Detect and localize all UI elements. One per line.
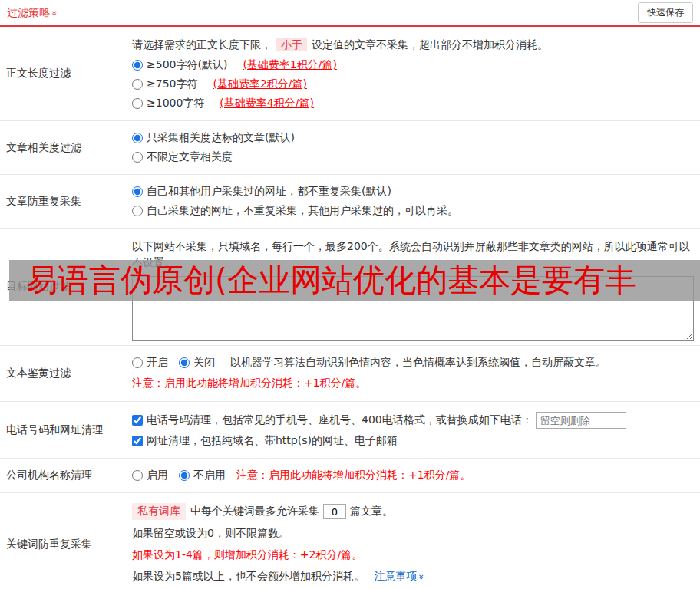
row-dedup-collection: 文章防重复采集 自己和其他用户采集过的网址，都不重复采集(默认) 自己采集过的网… [0,175,700,229]
row-label-porn-filter: 文本鉴黄过滤 [0,346,132,401]
keyword-count-input[interactable] [323,504,346,519]
option-label: 自己和其他用户采集过的网址，都不重复采集(默认) [147,185,391,199]
relevance-radio-any[interactable] [132,152,143,163]
porn-filter-cost-note: 注意：启用此功能将增加积分消耗：+1积分/篇。 [132,375,694,391]
phone-cleanup-checkbox[interactable] [132,415,143,426]
body-length-option-500[interactable]: ≥500字符(默认) [132,58,227,72]
target-site-desc: 以下网站不采集，只填域名，每行一个，最多200个。系统会自动识别并屏蔽那些非文章… [132,239,694,271]
row-keyword-dedup: 关键词防重复采集 私有词库 中每个关键词最多允许采集 篇文章。 如果留空或设为0… [0,493,700,589]
note-text: 如果设为5篇或以上，也不会额外增加积分消耗。 [132,570,365,582]
keyword-note-unlimited: 如果留空或设为0，则不限篇数。 [132,525,694,541]
fee-note: (基础费率4积分/篇) [220,97,314,110]
fee-note: (基础费率2积分/篇) [213,77,307,91]
blocked-sites-textarea[interactable] [132,276,694,341]
desc-text: 设定值的文章不采集，超出部分不增加积分消耗。 [312,38,548,51]
body-length-option-1000[interactable]: ≥1000字符 [132,97,204,110]
quick-save-button[interactable]: 快速保存 [638,2,693,23]
porn-filter-radio-on[interactable] [132,357,143,368]
row-phone-url-cleanup: 电话号码和网址清理 电话号码清理，包括常见的手机号、座机号、400电话格式，或替… [0,402,700,459]
company-cost-note: 注意：启用此功能将增加积分消耗：+1积分/篇。 [236,469,471,482]
keyword-note-free: 如果设为5篇或以上，也不会额外增加积分消耗。 注意事项» [132,568,694,585]
option-label: 网址清理，包括纯域名、带http(s)的网址、电子邮箱 [147,434,398,448]
company-option-disable[interactable]: 不启用 [179,469,226,482]
desc-text: 请选择需求的正文长度下限， [132,38,272,51]
less-than-highlight: 小于 [276,38,307,51]
body-length-desc: 请选择需求的正文长度下限，小于设定值的文章不采集，超出部分不增加积分消耗。 [132,37,694,53]
row-target-site-filter: 目标网站过滤 以下网站不采集，只填域名，每行一个，最多200个。系统会自动识别并… [0,229,700,346]
keyword-note-cost: 如果设为1-4篇，则增加积分消耗：+2积分/篇。 [132,547,694,563]
body-length-radio-1000[interactable] [132,98,143,109]
option-label: 只采集相关度达标的文章(默认) [147,131,295,145]
row-body-length-filter: 正文长度过滤 请选择需求的正文长度下限，小于设定值的文章不采集，超出部分不增加积… [0,27,700,121]
page-title-text: 过滤策略 [7,6,50,18]
option-label: 不限定文章相关度 [147,150,233,164]
row-label-phone-url: 电话号码和网址清理 [0,402,132,458]
url-cleanup-checkbox[interactable] [132,436,143,446]
porn-filter-option-on[interactable]: 开启 [132,356,168,370]
dedup-radio-self[interactable] [132,206,143,216]
body-length-option-750[interactable]: ≥750字符 [132,77,197,91]
option-label: 开启 [147,356,168,370]
row-label-dedup: 文章防重复采集 [0,175,132,228]
header-bar: 过滤策略» 快速保存 [0,0,700,27]
dedup-option-global[interactable]: 自己和其他用户采集过的网址，都不重复采集(默认) [132,185,391,199]
phone-cleanup-option[interactable]: 电话号码清理，包括常见的手机号、座机号、400电话格式，或替换成如下电话： [132,413,533,427]
replacement-phone-input[interactable] [536,412,626,429]
body-length-radio-750[interactable] [132,79,143,90]
url-cleanup-option[interactable]: 网址清理，包括纯域名、带http(s)的网址、电子邮箱 [132,434,398,448]
option-label: ≥750字符 [147,77,197,91]
row-label-relevance: 文章相关度过滤 [0,121,132,174]
option-label: ≥1000字符 [147,97,204,110]
relevance-radio-strict[interactable] [132,133,143,143]
row-company-name-cleanup: 公司机构名称清理 启用 不启用 注意：启用此功能将增加积分消耗：+1积分/篇。 [0,459,700,493]
option-label: 自己采集过的网址，不重复采集，其他用户采集过的，可以再采。 [147,204,458,218]
row-label-body-length: 正文长度过滤 [0,27,132,120]
row-label-company: 公司机构名称清理 [0,459,132,492]
option-label: 启用 [147,469,168,482]
option-label: ≥500字符(默认) [147,58,227,72]
porn-filter-radio-off[interactable] [179,357,190,368]
fee-note: (基础费率1积分/篇) [243,58,337,72]
dedup-option-self[interactable]: 自己采集过的网址，不重复采集，其他用户采集过的，可以再采。 [132,204,458,218]
row-porn-filter: 文本鉴黄过滤 开启 关闭 以机器学习算法自动识别色情内容，当色情概率达到系统阈值… [0,346,700,402]
notice-link[interactable]: 注意事项» [374,570,425,582]
row-relevance-filter: 文章相关度过滤 只采集相关度达标的文章(默认) 不限定文章相关度 [0,121,700,175]
private-lexicon-tag: 私有词库 [132,503,186,520]
option-label: 关闭 [193,356,215,370]
option-label: 不启用 [193,469,226,482]
relevance-option-any[interactable]: 不限定文章相关度 [132,150,233,164]
row-label-keyword: 关键词防重复采集 [0,493,132,589]
porn-filter-option-off[interactable]: 关闭 [179,356,215,370]
notice-link-text: 注意事项 [374,570,417,582]
keyword-limit-text: 中每个关键词最多允许采集 [190,505,319,518]
row-label-target-site: 目标网站过滤 [0,229,132,345]
body-length-radio-500[interactable] [132,60,143,71]
keyword-limit-suffix: 篇文章。 [350,505,393,518]
relevance-option-strict[interactable]: 只采集相关度达标的文章(默认) [132,131,295,145]
chevron-down-icon: » [49,10,61,16]
option-label: 电话号码清理，包括常见的手机号、座机号、400电话格式，或替换成如下电话： [147,413,533,427]
chevron-down-icon: » [414,574,431,581]
company-radio-enable[interactable] [132,470,143,481]
company-option-enable[interactable]: 启用 [132,469,168,482]
page-title[interactable]: 过滤策略» [7,6,58,20]
dedup-radio-global[interactable] [132,186,143,197]
company-radio-disable[interactable] [179,470,190,481]
porn-filter-desc: 以机器学习算法自动识别色情内容，当色情概率达到系统阈值，自动屏蔽文章。 [230,356,606,370]
